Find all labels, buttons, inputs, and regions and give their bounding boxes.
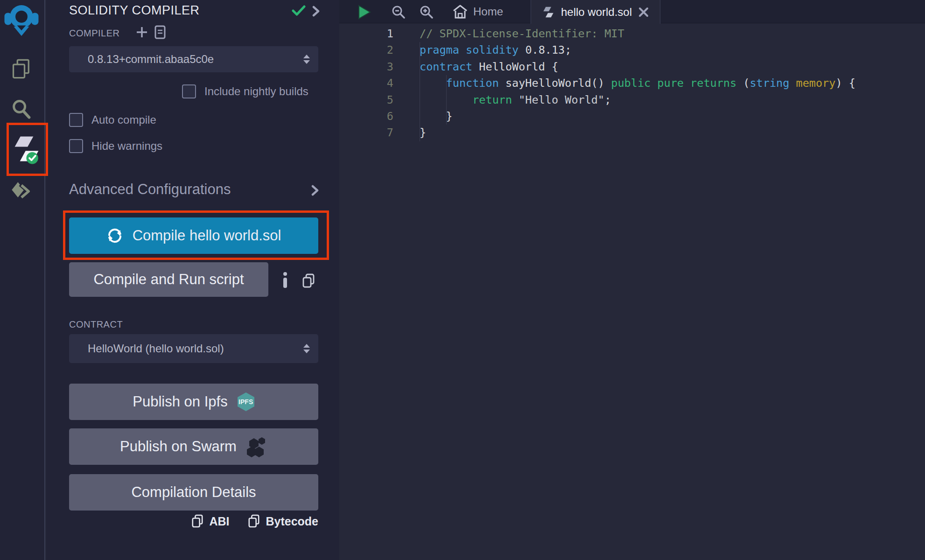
search-icon[interactable] [10, 98, 33, 120]
highlight-rect-compiler-icon [7, 123, 48, 176]
hide-warnings-checkbox[interactable] [69, 139, 83, 153]
publish-swarm-button[interactable]: Publish on Swarm [69, 428, 318, 465]
line-number: 7 [339, 125, 393, 141]
compiler-version-select[interactable]: 0.8.13+commit.abaa5c0e [69, 46, 318, 72]
remix-ide: SOLIDITY COMPILER COMPILER 0.8.13+commit… [0, 0, 925, 560]
publish-swarm-label: Publish on Swarm [120, 438, 237, 455]
copy-bytecode-icon[interactable] [248, 514, 260, 528]
compiler-section-label: COMPILER [69, 28, 119, 39]
advanced-chevron-icon[interactable] [311, 185, 319, 196]
solidity-compiler-panel: SOLIDITY COMPILER COMPILER 0.8.13+commit… [46, 0, 339, 560]
publish-ipfs-button[interactable]: Publish on Ipfs IPFS [69, 384, 318, 420]
zoom-out-icon[interactable] [392, 5, 406, 19]
copy-icon[interactable] [302, 273, 315, 288]
copy-abi-icon[interactable] [191, 514, 203, 528]
file-tab-label: hello world.sol [561, 6, 632, 19]
highlight-rect-compile-button [63, 210, 329, 260]
ipfs-icon: IPFS [237, 392, 255, 412]
home-tab[interactable]: Home [453, 0, 503, 23]
editor-tabbar: Home hello world.sol [339, 0, 925, 23]
code-line: 5 return "Hello World"; [339, 92, 925, 108]
auto-compile-checkbox[interactable] [69, 113, 83, 127]
compilation-details-label: Compilation Details [131, 484, 256, 501]
home-tab-label: Home [473, 5, 503, 18]
publish-ipfs-label: Publish on Ipfs [133, 393, 227, 410]
panel-chevron-right-icon[interactable] [312, 6, 320, 17]
line-number: 2 [339, 42, 393, 58]
contract-select[interactable]: HelloWorld (hello world.sol) [69, 334, 318, 363]
line-number: 1 [339, 26, 393, 42]
compile-success-check-icon [292, 5, 306, 17]
compile-and-run-button[interactable]: Compile and Run script [69, 262, 268, 297]
close-tab-icon[interactable] [638, 7, 649, 17]
include-nightly-checkbox[interactable] [182, 84, 196, 98]
code-line: 1// SPDX-License-Identifier: MIT [339, 26, 925, 42]
auto-compile-row: Auto compile [69, 113, 156, 127]
hide-warnings-label: Hide warnings [91, 140, 162, 153]
include-nightly-row: Include nightly builds [182, 84, 308, 98]
file-tab-hello-world[interactable]: hello world.sol [531, 0, 660, 24]
code-line: 6 } [339, 108, 925, 125]
run-script-icon[interactable] [357, 5, 371, 20]
compiler-version-value: 0.8.13+commit.abaa5c0e [88, 53, 214, 65]
line-number: 6 [339, 108, 393, 125]
include-nightly-label: Include nightly builds [204, 85, 308, 98]
compile-and-run-label: Compile and Run script [93, 271, 244, 288]
icon-sidebar [0, 0, 45, 560]
line-number: 5 [339, 92, 393, 108]
file-explorer-icon[interactable] [10, 58, 33, 80]
contract-select-value: HelloWorld (hello world.sol) [88, 342, 224, 355]
add-compiler-icon[interactable] [136, 26, 148, 38]
line-number: 4 [339, 75, 393, 91]
contract-section-label: CONTRACT [69, 319, 123, 330]
compilation-details-button[interactable]: Compilation Details [69, 474, 318, 511]
zoom-in-icon[interactable] [420, 5, 434, 19]
line-number: 3 [339, 59, 393, 75]
editor-area: Home hello world.sol 1// SPDX-License-Id… [339, 0, 925, 560]
remix-logo-icon[interactable] [3, 2, 40, 39]
select-arrows-icon [303, 344, 310, 353]
code-line: 7} [339, 125, 925, 141]
hide-warnings-row: Hide warnings [69, 139, 162, 153]
code-line: 4 function sayHelloWorld() public pure r… [339, 75, 925, 91]
code-editor[interactable]: 1// SPDX-License-Identifier: MIT2pragma … [339, 26, 925, 141]
select-arrows-icon [303, 55, 310, 64]
indent-guide [446, 75, 447, 125]
auto-compile-label: Auto compile [91, 113, 156, 126]
code-line: 2pragma solidity 0.8.13; [339, 42, 925, 58]
indent-guide [420, 42, 420, 141]
home-icon [453, 5, 468, 19]
panel-title: SOLIDITY COMPILER [69, 3, 200, 18]
abi-bytecode-row: ABI Bytecode [46, 514, 318, 528]
bytecode-label[interactable]: Bytecode [266, 515, 318, 528]
solidity-file-icon [542, 6, 554, 18]
abi-label[interactable]: ABI [209, 515, 229, 528]
deploy-run-icon[interactable] [10, 180, 33, 203]
info-icon[interactable] [282, 272, 288, 288]
swarm-icon [246, 436, 267, 457]
code-line: 3contract HelloWorld { [339, 59, 925, 75]
license-doc-icon[interactable] [154, 25, 166, 39]
advanced-configurations-label[interactable]: Advanced Configurations [69, 181, 231, 198]
